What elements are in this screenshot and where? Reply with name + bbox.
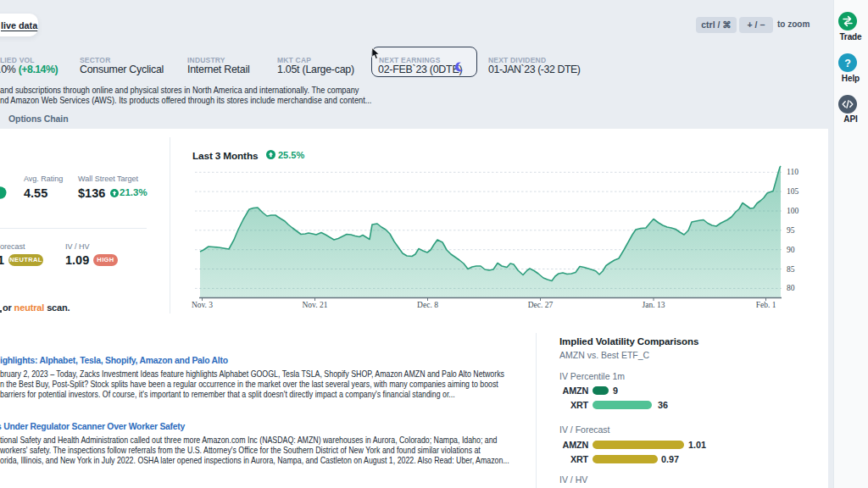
svg-text:Jan. 13: Jan. 13: [643, 301, 665, 309]
svg-text:90: 90: [787, 246, 795, 254]
svg-text:85: 85: [787, 265, 795, 274]
svg-text:Nov. 21: Nov. 21: [303, 301, 328, 309]
svg-text:Feb. 1: Feb. 1: [756, 301, 776, 309]
svg-text:Dec. 27: Dec. 27: [528, 301, 554, 309]
svg-text:Nov. 3: Nov. 3: [192, 301, 213, 309]
svg-text:80: 80: [787, 284, 795, 292]
svg-text:Dec. 8: Dec. 8: [417, 301, 438, 309]
svg-text:?: ?: [844, 58, 851, 69]
svg-text:100: 100: [787, 207, 799, 215]
svg-text:105: 105: [787, 187, 799, 196]
svg-text:95: 95: [787, 226, 795, 235]
svg-text:110: 110: [787, 168, 798, 176]
